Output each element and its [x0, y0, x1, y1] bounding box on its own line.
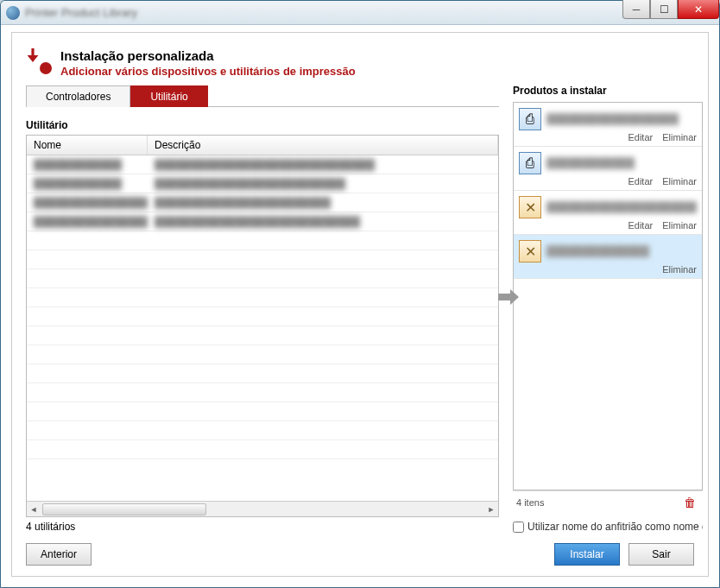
transfer-arrow-icon [497, 288, 520, 306]
table-row [27, 383, 498, 402]
titlebar: Printer Product Library ─ ☐ ✕ [1, 1, 719, 25]
tool-icon: ✕ [519, 196, 541, 218]
col-desc[interactable]: Descrição [148, 136, 498, 155]
body: Controladores Utilitário Utilitário Nome… [12, 85, 708, 533]
hostname-checkbox[interactable] [513, 522, 524, 533]
edit-link[interactable]: Editar [628, 132, 653, 142]
back-button[interactable]: Anterior [26, 543, 92, 566]
printer-icon: ⎙ [519, 108, 541, 130]
remove-link[interactable]: Eliminar [662, 264, 697, 275]
remove-link[interactable]: Eliminar [662, 176, 697, 187]
product-item[interactable]: ✕ ██████████████████████████ Editar Elim… [514, 191, 702, 235]
product-item[interactable]: ⎙ ██████████████████ Editar Eliminar [514, 103, 702, 147]
table-row [27, 288, 498, 307]
scroll-thumb[interactable] [42, 503, 206, 515]
table-row [27, 250, 498, 269]
horizontal-scrollbar[interactable]: ◄ ► [27, 501, 498, 516]
table-row[interactable]: ████████████ ██████████████████████████ [27, 174, 498, 193]
products-title: Produtos a instalar [513, 85, 703, 97]
utility-table: Nome Descrição ████████████ ████████████… [26, 135, 499, 517]
edit-link[interactable]: Editar [628, 176, 653, 187]
product-item[interactable]: ✕ ██████████████ Eliminar [514, 235, 702, 279]
table-body[interactable]: ████████████ ███████████████████████████… [27, 155, 498, 501]
trash-icon[interactable]: 🗑 [680, 494, 699, 511]
left-panel: Controladores Utilitário Utilitário Nome… [12, 85, 509, 533]
maximize-button[interactable]: ☐ [650, 0, 678, 19]
installer-window: Printer Product Library ─ ☐ ✕ Instalação… [0, 0, 720, 588]
product-footer: 4 itens 🗑 [513, 490, 703, 514]
table-row[interactable]: ████████████████ ███████████████████████… [27, 212, 498, 231]
table-row [27, 231, 498, 250]
scroll-left-icon[interactable]: ◄ [27, 503, 41, 516]
section-label: Utilitário [26, 119, 499, 131]
content-frame: Instalação personalizada Adicionar vário… [11, 32, 709, 577]
table-row [27, 269, 498, 288]
header: Instalação personalizada Adicionar vário… [12, 33, 708, 88]
tabs: Controladores Utilitário [26, 85, 499, 107]
remove-link[interactable]: Eliminar [662, 132, 697, 142]
hostname-checkbox-label: Utilizar nome do anfitrião como nome da … [527, 521, 703, 533]
header-text: Instalação personalizada Adicionar vário… [60, 48, 356, 78]
close-button[interactable]: ✕ [678, 0, 719, 19]
table-row [27, 440, 498, 459]
table-row [27, 326, 498, 345]
table-row[interactable]: ████████████████ ███████████████████████… [27, 193, 498, 212]
table-header: Nome Descrição [27, 136, 498, 155]
table-row [27, 402, 498, 421]
exit-button[interactable]: Sair [628, 543, 694, 566]
tab-utility[interactable]: Utilitário [130, 85, 207, 107]
product-list: ⎙ ██████████████████ Editar Eliminar ⎙ █… [513, 102, 703, 490]
utility-count: 4 utilitários [26, 521, 499, 533]
app-icon [6, 6, 20, 20]
table-row [27, 307, 498, 326]
table-row [27, 421, 498, 440]
bottom-bar: Anterior Instalar Sair [12, 533, 708, 576]
product-item[interactable]: ⎙ ████████████ Editar Eliminar [514, 147, 702, 191]
table-row [27, 364, 498, 383]
scroll-right-icon[interactable]: ► [484, 503, 498, 516]
page-title: Instalação personalizada [60, 48, 356, 63]
install-button[interactable]: Instalar [554, 543, 620, 566]
hostname-checkbox-row[interactable]: Utilizar nome do anfitrião como nome da … [513, 521, 703, 533]
tool-icon: ✕ [519, 240, 541, 262]
table-row [27, 345, 498, 364]
install-icon [26, 48, 52, 74]
tab-controllers[interactable]: Controladores [26, 85, 130, 107]
table-row[interactable]: ████████████ ███████████████████████████… [27, 155, 498, 174]
window-controls: ─ ☐ ✕ [622, 0, 719, 19]
window-title: Printer Product Library [25, 6, 137, 19]
remove-link[interactable]: Eliminar [662, 220, 697, 231]
printer-icon: ⎙ [519, 152, 541, 174]
items-count: 4 itens [516, 497, 680, 508]
page-subtitle: Adicionar vários dispositivos e utilitár… [60, 65, 356, 78]
right-panel: Produtos a instalar ⎙ ██████████████████… [509, 85, 708, 533]
minimize-button[interactable]: ─ [622, 0, 650, 19]
edit-link[interactable]: Editar [628, 220, 653, 231]
col-name[interactable]: Nome [27, 136, 148, 155]
